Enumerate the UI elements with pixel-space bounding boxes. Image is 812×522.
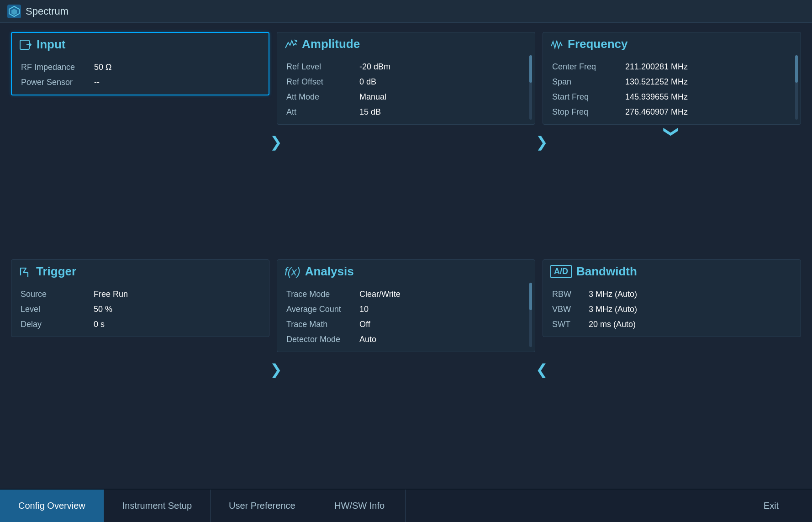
trigger-value-level: 50 %: [94, 305, 112, 314]
amplitude-param-ref-offset: Ref Offset 0 dB: [286, 77, 526, 87]
bandwidth-value-swt: 20 ms (Auto): [589, 320, 636, 329]
tab-config-overview[interactable]: Config Overview: [0, 490, 104, 522]
bandwidth-label-vbw: VBW: [552, 305, 589, 314]
trigger-panel-body: Source Free Run Level 50 % Delay 0 s: [11, 282, 269, 337]
trigger-panel-wrapper: Trigger Source Free Run Level 50 % Delay…: [11, 259, 269, 480]
trigger-icon: [19, 266, 32, 277]
trigger-panel-title: Trigger: [36, 264, 76, 279]
amplitude-label-att-mode: Att Mode: [286, 92, 359, 102]
frequency-label-stop: Stop Freq: [552, 107, 625, 117]
analysis-value-trace-math: Off: [359, 320, 370, 329]
frequency-scroll-thumb: [795, 55, 798, 83]
bandwidth-panel-body: RBW 3 MHz (Auto) VBW 3 MHz (Auto) SWT 20…: [543, 282, 801, 337]
arrow-amplitude-to-frequency: ❯: [536, 135, 548, 149]
trigger-label-level: Level: [21, 305, 94, 314]
trigger-value-delay: 0 s: [94, 320, 105, 329]
tab-user-preference[interactable]: User Preference: [211, 490, 314, 522]
analysis-param-trace-mode: Trace Mode Clear/Write: [286, 290, 526, 299]
bandwidth-icon: A/D: [550, 265, 572, 278]
analysis-label-trace-math: Trace Math: [286, 320, 359, 329]
trigger-label-delay: Delay: [21, 320, 94, 329]
analysis-panel-wrapper: f(x) Analysis Trace Mode Clear/Write Ave…: [277, 259, 535, 480]
frequency-label-span: Span: [552, 77, 625, 87]
tab-exit[interactable]: Exit: [730, 490, 812, 522]
amplitude-panel-header: Amplitude: [277, 32, 535, 55]
bandwidth-param-vbw: VBW 3 MHz (Auto): [552, 305, 791, 314]
input-param-power-sensor: Power Sensor --: [21, 78, 259, 87]
trigger-param-level: Level 50 %: [21, 305, 260, 314]
analysis-panel[interactable]: f(x) Analysis Trace Mode Clear/Write Ave…: [277, 259, 535, 352]
bandwidth-param-rbw: RBW 3 MHz (Auto): [552, 290, 791, 299]
analysis-value-detector-mode: Auto: [359, 335, 376, 344]
frequency-param-center: Center Freq 211.200281 MHz: [552, 62, 791, 72]
frequency-label-start: Start Freq: [552, 92, 625, 102]
analysis-fx-text: f(x): [285, 265, 301, 278]
frequency-param-stop: Stop Freq 276.460907 MHz: [552, 107, 791, 117]
frequency-panel-body: Center Freq 211.200281 MHz Span 130.5212…: [543, 55, 801, 124]
amplitude-param-ref-level: Ref Level -20 dBm: [286, 62, 526, 72]
analysis-scrollbar[interactable]: [529, 283, 532, 347]
input-panel[interactable]: Input RF Impedance 50 Ω Power Sensor --: [11, 32, 269, 95]
bandwidth-label-swt: SWT: [552, 320, 589, 329]
analysis-label-detector-mode: Detector Mode: [286, 335, 359, 344]
amplitude-scroll-thumb: [529, 55, 532, 83]
amplitude-panel[interactable]: Amplitude Ref Level -20 dBm Ref Offset 0…: [277, 32, 535, 125]
trigger-label-source: Source: [21, 290, 94, 299]
frequency-label-center: Center Freq: [552, 62, 625, 72]
amplitude-scrollbar[interactable]: [529, 55, 532, 120]
svg-point-4: [295, 40, 297, 42]
bandwidth-value-rbw: 3 MHz (Auto): [589, 290, 637, 299]
trigger-panel-header: Trigger: [11, 260, 269, 282]
input-param-rf-impedance: RF Impedance 50 Ω: [21, 63, 259, 72]
tab-user-preference-label: User Preference: [229, 501, 295, 511]
tab-instrument-setup[interactable]: Instrument Setup: [104, 490, 211, 522]
bandwidth-label-rbw: RBW: [552, 290, 589, 299]
main-content: Input RF Impedance 50 Ω Power Sensor -- …: [0, 23, 812, 489]
frequency-value-start: 145.939655 MHz: [625, 92, 688, 102]
bandwidth-panel[interactable]: A/D Bandwidth RBW 3 MHz (Auto) VBW 3 MHz…: [543, 259, 801, 337]
analysis-param-trace-math: Trace Math Off: [286, 320, 526, 329]
input-label-rf-impedance: RF Impedance: [21, 63, 94, 72]
analysis-label-trace-mode: Trace Mode: [286, 290, 359, 299]
frequency-value-span: 130.521252 MHz: [625, 77, 688, 87]
ad-badge: A/D: [550, 265, 572, 278]
analysis-param-detector-mode: Detector Mode Auto: [286, 335, 526, 344]
amplitude-param-att: Att 15 dB: [286, 107, 526, 117]
input-icon: [19, 39, 32, 50]
analysis-scroll-thumb: [529, 283, 532, 310]
title-bar: Spectrum: [0, 0, 812, 23]
tab-instrument-setup-label: Instrument Setup: [122, 501, 192, 511]
analysis-value-avg-count: 10: [359, 305, 369, 314]
amplitude-param-att-mode: Att Mode Manual: [286, 92, 526, 102]
analysis-panel-body: Trace Mode Clear/Write Average Count 10 …: [277, 282, 535, 352]
trigger-value-source: Free Run: [94, 290, 128, 299]
frequency-scrollbar[interactable]: [795, 55, 798, 120]
trigger-panel[interactable]: Trigger Source Free Run Level 50 % Delay…: [11, 259, 269, 337]
bandwidth-value-vbw: 3 MHz (Auto): [589, 305, 637, 314]
analysis-value-trace-mode: Clear/Write: [359, 290, 401, 299]
input-panel-wrapper: Input RF Impedance 50 Ω Power Sensor -- …: [11, 32, 269, 252]
amplitude-panel-wrapper: Amplitude Ref Level -20 dBm Ref Offset 0…: [277, 32, 535, 252]
analysis-param-avg-count: Average Count 10: [286, 305, 526, 314]
frequency-icon: [550, 39, 563, 50]
bandwidth-panel-header: A/D Bandwidth: [543, 260, 801, 282]
bandwidth-panel-wrapper: A/D Bandwidth RBW 3 MHz (Auto) VBW 3 MHz…: [543, 259, 801, 480]
frequency-value-center: 211.200281 MHz: [625, 62, 688, 72]
app-title: Spectrum: [26, 5, 69, 17]
analysis-panel-header: f(x) Analysis: [277, 260, 535, 282]
arrow-frequency-to-bandwidth: ❯: [664, 126, 679, 138]
frequency-value-stop: 276.460907 MHz: [625, 107, 688, 117]
frequency-panel[interactable]: Frequency Center Freq 211.200281 MHz Spa…: [543, 32, 801, 125]
frequency-panel-wrapper: Frequency Center Freq 211.200281 MHz Spa…: [543, 32, 801, 252]
tab-hwsw-info[interactable]: HW/SW Info: [314, 490, 406, 522]
frequency-param-span: Span 130.521252 MHz: [552, 77, 791, 87]
bandwidth-panel-title: Bandwidth: [576, 264, 637, 279]
amplitude-panel-title: Amplitude: [302, 37, 360, 51]
analysis-icon: f(x): [285, 265, 301, 278]
analysis-panel-title: Analysis: [305, 264, 354, 279]
input-panel-header: Input: [12, 33, 269, 55]
amplitude-panel-body: Ref Level -20 dBm Ref Offset 0 dB Att Mo…: [277, 55, 535, 124]
amplitude-value-att-mode: Manual: [359, 92, 386, 102]
amplitude-label-ref-level: Ref Level: [286, 62, 359, 72]
trigger-param-delay: Delay 0 s: [21, 320, 260, 329]
